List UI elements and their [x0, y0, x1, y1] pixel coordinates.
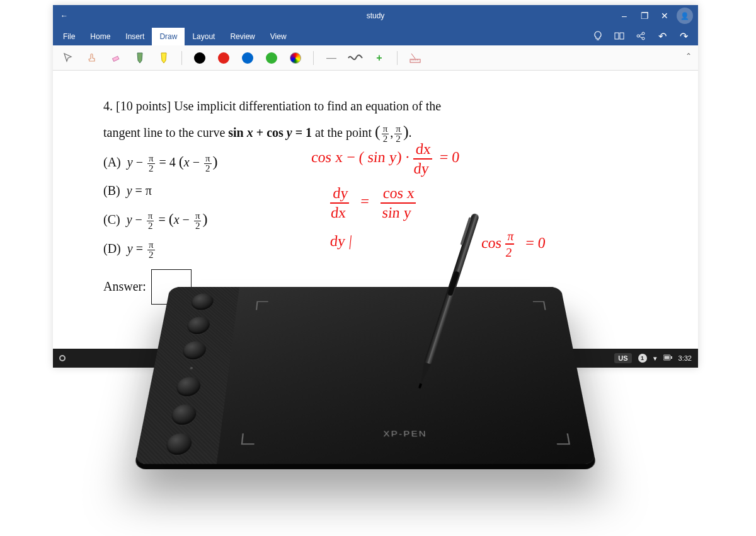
draw-toolbar: — + ⌃	[53, 45, 698, 71]
tab-review[interactable]: Review	[222, 28, 262, 45]
color-rainbow[interactable]	[287, 49, 304, 67]
svg-rect-9	[410, 59, 420, 62]
svg-rect-1	[615, 33, 619, 39]
svg-line-6	[639, 34, 642, 35]
color-green[interactable]	[263, 49, 280, 67]
svg-rect-2	[620, 33, 624, 39]
svg-line-7	[639, 37, 642, 38]
share-icon[interactable]	[633, 28, 649, 44]
tablet-indicator-dot	[190, 367, 193, 369]
tablet-express-key[interactable]	[181, 341, 207, 359]
corner-marker-icon	[256, 301, 268, 310]
ruler-tool[interactable]	[406, 49, 424, 67]
tab-file[interactable]: File	[55, 28, 83, 45]
svg-point-4	[642, 32, 644, 35]
tablet-active-area[interactable]: XP-PEN	[217, 287, 596, 464]
battery-icon[interactable]	[663, 354, 672, 362]
thin-stroke-icon[interactable]: —	[323, 49, 340, 67]
problem-text: 4. [10 points] Use implicit differentiat…	[103, 96, 648, 116]
ink-line-3-right: cos π 2 = 0	[479, 228, 547, 260]
tablet-express-key[interactable]	[186, 317, 211, 334]
corner-marker-icon	[555, 433, 570, 445]
account-avatar-icon[interactable]: 👤	[677, 8, 693, 24]
add-pen-button[interactable]: +	[370, 49, 388, 67]
svg-point-3	[637, 35, 639, 37]
tablet-brand-label: XP-PEN	[383, 429, 427, 438]
svg-rect-12	[664, 356, 669, 359]
tablet-express-key[interactable]	[190, 293, 215, 310]
undo-button[interactable]: ↶	[654, 28, 670, 44]
color-black[interactable]	[191, 49, 209, 67]
back-button[interactable]: ←	[53, 5, 76, 26]
touch-draw-tool[interactable]	[83, 49, 101, 67]
tablet-express-key[interactable]	[164, 433, 193, 455]
redo-button[interactable]: ↷	[675, 28, 692, 44]
input-locale[interactable]: US	[614, 353, 631, 363]
wavy-stroke-icon[interactable]	[346, 49, 364, 67]
reading-view-icon[interactable]	[611, 28, 627, 44]
dropdown-icon[interactable]: ▾	[653, 354, 657, 363]
close-button[interactable]: ✕	[656, 8, 673, 24]
launcher-icon[interactable]	[59, 355, 66, 361]
tab-draw[interactable]: Draw	[152, 28, 185, 45]
pen-tool-1[interactable]	[131, 49, 149, 67]
answer-label: Answer:	[103, 279, 146, 294]
tablet-express-key[interactable]	[175, 377, 202, 397]
svg-point-5	[642, 37, 644, 40]
eraser-tool[interactable]	[107, 49, 125, 67]
document-title: study	[367, 11, 385, 20]
select-tool[interactable]	[59, 49, 77, 67]
separator	[313, 51, 314, 65]
separator	[397, 51, 398, 65]
ink-line-2: dy dx = cos x sin y	[328, 184, 418, 222]
tab-layout[interactable]: Layout	[185, 28, 222, 45]
tab-view[interactable]: View	[263, 28, 294, 45]
stylus-nib	[418, 383, 422, 389]
tab-insert[interactable]: Insert	[118, 28, 152, 45]
corner-marker-icon	[241, 433, 256, 445]
ink-line-3-left: dy |	[329, 232, 353, 250]
highlighter-tool[interactable]	[155, 49, 173, 67]
separator	[181, 51, 182, 65]
color-blue[interactable]	[239, 49, 256, 67]
maximize-button[interactable]: ❐	[636, 8, 653, 24]
svg-rect-8	[113, 56, 119, 61]
back-arrow-icon: ←	[60, 11, 68, 20]
tab-home[interactable]: Home	[83, 28, 118, 45]
drawing-tablet: XP-PEN	[135, 287, 596, 464]
tablet-express-key[interactable]	[170, 404, 198, 424]
clock[interactable]: 3:32	[679, 354, 692, 362]
color-red[interactable]	[215, 49, 232, 67]
collapse-ribbon-icon[interactable]: ⌃	[685, 52, 692, 61]
ink-line-1: cos x − ( sin y) · dx dy = 0	[309, 140, 461, 178]
ribbon-tabs: File Home Insert Draw Layout Review View…	[53, 26, 698, 45]
choice-d: (D) y = π2	[103, 236, 648, 260]
corner-marker-icon	[533, 301, 546, 310]
ideas-icon[interactable]	[590, 28, 606, 44]
minimize-button[interactable]: –	[616, 8, 633, 24]
svg-rect-11	[671, 356, 672, 359]
title-bar: ← study – ❐ ✕ 👤	[53, 5, 698, 26]
notification-count[interactable]: 1	[638, 354, 647, 363]
